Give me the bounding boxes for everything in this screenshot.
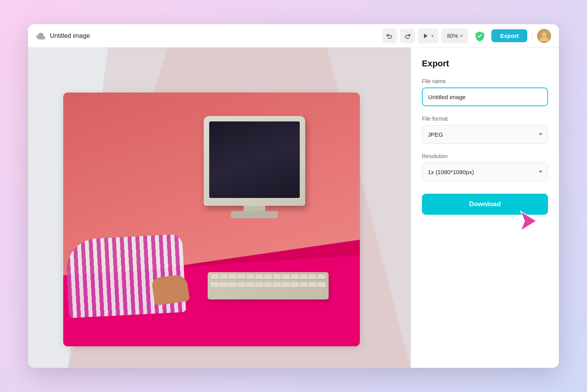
- svg-point-2: [542, 32, 546, 37]
- file-name-label: File name: [422, 78, 548, 84]
- file-format-group: File format JPEG PNG SVG PDF WebP: [422, 116, 548, 144]
- right-panel: Export File name File format JPEG PNG SV…: [411, 48, 559, 368]
- zoom-value: 80%: [447, 33, 458, 39]
- resolution-group: Resolution 1x (1080*1080px) 2x (2160*216…: [422, 153, 548, 181]
- file-name-input[interactable]: [422, 87, 548, 106]
- cloud-icon: [36, 32, 45, 40]
- resolution-select[interactable]: 1x (1080*1080px) 2x (2160*2160px) 3x (32…: [422, 162, 548, 181]
- file-format-wrapper: JPEG PNG SVG PDF WebP: [422, 125, 548, 144]
- undo-button[interactable]: [382, 29, 397, 43]
- zoom-chevron: ▾: [460, 33, 462, 39]
- download-area: Download: [422, 191, 548, 215]
- resolution-wrapper: 1x (1080*1080px) 2x (2160*2160px) 3x (32…: [422, 162, 548, 181]
- canvas-frame: [63, 93, 360, 346]
- avatar[interactable]: [537, 29, 551, 43]
- panel-title: Export: [422, 59, 548, 69]
- redo-button[interactable]: [400, 29, 415, 43]
- canvas-image: [63, 93, 360, 346]
- canvas-area: [28, 48, 411, 368]
- document-title: Untitled image: [50, 32, 377, 39]
- main-content: Export File name File format JPEG PNG SV…: [28, 48, 559, 368]
- export-button[interactable]: Export: [491, 29, 527, 42]
- shield-button[interactable]: [473, 29, 487, 43]
- download-button[interactable]: Download: [422, 194, 548, 215]
- svg-marker-0: [424, 34, 428, 38]
- file-format-select[interactable]: JPEG PNG SVG PDF WebP: [422, 125, 548, 144]
- play-button[interactable]: ▾: [418, 29, 438, 43]
- play-chevron: ▾: [431, 33, 434, 39]
- resolution-label: Resolution: [422, 153, 548, 159]
- zoom-button[interactable]: 80% ▾: [441, 29, 468, 43]
- file-name-group: File name: [422, 78, 548, 106]
- file-format-label: File format: [422, 116, 548, 122]
- toolbar-center: ▾ 80% ▾: [382, 29, 468, 43]
- app-window: Untitled image ▾ 80%: [28, 24, 559, 368]
- toolbar-divider: [532, 30, 532, 41]
- top-bar: Untitled image ▾ 80%: [28, 24, 559, 48]
- top-bar-right: Export: [473, 29, 551, 43]
